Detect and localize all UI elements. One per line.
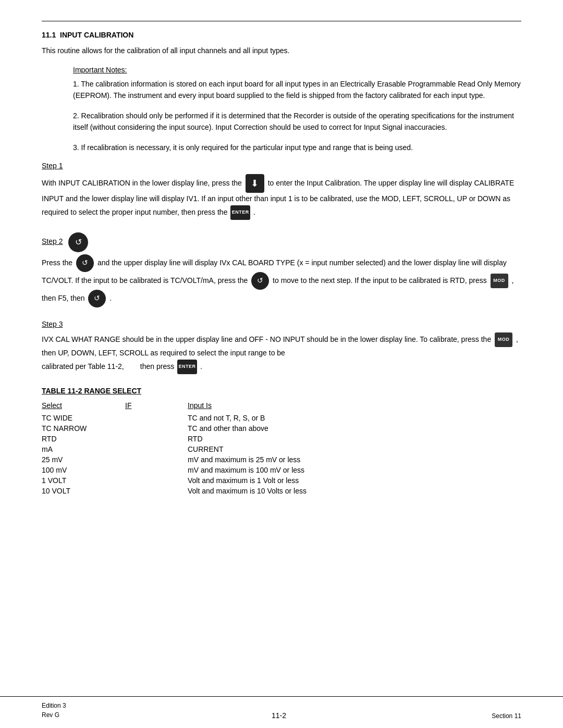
- circle-button-3-inline[interactable]: ↺: [251, 272, 269, 290]
- step-3-block: Step 3 IVX CAL WHAT RANGE should be in t…: [42, 320, 521, 374]
- circle-button-1[interactable]: ↺: [68, 232, 88, 252]
- step-2-content: Press the ↺ and the upper display line w…: [42, 254, 521, 307]
- table-cell-if: [125, 444, 188, 454]
- step-1-text-before: With INPUT CALIBRATION in the lower disp…: [42, 179, 242, 187]
- enter-button-step3[interactable]: ENTER: [177, 360, 197, 374]
- step-3-cal-text: calibrated per Table 11-2,: [42, 362, 124, 370]
- table-cell-input-is: Volt and maximum is 10 Volts or less: [188, 486, 521, 496]
- mod-button-step2[interactable]: MOD: [491, 274, 508, 288]
- range-select-table-section: TABLE 11-2 RANGE SELECT Select IF Input …: [42, 387, 521, 496]
- step-3-content: IVX CAL WHAT RANGE should be in the uppe…: [42, 332, 521, 374]
- table-cell-input-is: TC and not T, R, S, or B: [188, 413, 521, 423]
- table-cell-input-is: mV and maximum is 100 mV or less: [188, 465, 521, 475]
- table-cell-if: [125, 486, 188, 496]
- step-1-block: Step 1 With INPUT CALIBRATION in the low…: [42, 162, 521, 220]
- table-cell-select: 100 mV: [42, 465, 125, 475]
- table-row: mACURRENT: [42, 444, 521, 454]
- step-2-press: Press the: [42, 258, 72, 266]
- mod-button-step3[interactable]: MOD: [495, 332, 512, 347]
- step-1-text-end: .: [253, 207, 255, 216]
- table-row: 100 mVmV and maximum is 100 mV or less: [42, 465, 521, 475]
- edition-label: Edition 3: [42, 701, 66, 710]
- header-select: Select: [42, 400, 125, 413]
- table-cell-if: [125, 475, 188, 486]
- table-cell-input-is: mV and maximum is 25 mV or less: [188, 454, 521, 465]
- table-cell-select: TC NARROW: [42, 423, 125, 434]
- table-cell-select: mA: [42, 444, 125, 454]
- note-1: 1. The calibration information is stored…: [73, 78, 521, 102]
- step-2-label: Step 2: [42, 237, 63, 245]
- table-cell-select: 1 VOLT: [42, 475, 125, 486]
- step-2-block: Step 2 ↺ Press the ↺ and the upper displ…: [42, 232, 521, 307]
- table-cell-if: [125, 413, 188, 423]
- table-row: TC NARROWTC and other than above: [42, 423, 521, 434]
- step-2-text-2: to move to the next step. If the input t…: [273, 276, 487, 284]
- table-row: 10 VOLTVolt and maximum is 10 Volts or l…: [42, 486, 521, 496]
- table-cell-select: 10 VOLT: [42, 486, 125, 496]
- step-3-then: then press: [140, 362, 174, 370]
- table-cell-input-is: CURRENT: [188, 444, 521, 454]
- step-3-text-main: IVX CAL WHAT RANGE should be in the uppe…: [42, 335, 491, 343]
- step-2-text-4: .: [109, 293, 112, 302]
- top-rule: [42, 21, 521, 21]
- table-row: TC WIDETC and not T, R, S, or B: [42, 413, 521, 423]
- enter-button-1[interactable]: ENTER: [230, 205, 250, 220]
- table-row: 25 mVmV and maximum is 25 mV or less: [42, 454, 521, 465]
- step-1-content: With INPUT CALIBRATION in the lower disp…: [42, 174, 521, 220]
- table-cell-select: TC WIDE: [42, 413, 125, 423]
- table-cell-if: [125, 434, 188, 444]
- table-cell-input-is: TC and other than above: [188, 423, 521, 434]
- table-cell-if: [125, 423, 188, 434]
- note-3: 3. If recalibration is necessary, it is …: [73, 142, 521, 153]
- table-cell-if: [125, 454, 188, 465]
- note-2: 2. Recalibration should only be performe…: [73, 110, 521, 133]
- table-cell-if: [125, 465, 188, 475]
- header-input-is: Input Is: [188, 400, 521, 413]
- down-arrow-button-1[interactable]: ⬇: [246, 174, 264, 193]
- table-cell-input-is: Volt and maximum is 1 Volt or less: [188, 475, 521, 486]
- table-cell-input-is: RTD: [188, 434, 521, 444]
- circle-button-4-inline[interactable]: ↺: [88, 290, 106, 307]
- important-notes-label: Important Notes:: [73, 66, 521, 74]
- footer: Edition 3 Rev G 11-2 Section 11: [0, 696, 563, 728]
- step-1-label: Step 1: [42, 162, 63, 170]
- section-title: 11.1 INPUT CALIBRATION: [42, 31, 521, 39]
- step-3-period: .: [200, 362, 202, 370]
- table-row: 1 VOLTVolt and maximum is 1 Volt or less: [42, 475, 521, 486]
- table-cell-select: 25 mV: [42, 454, 125, 465]
- intro-text: This routine allows for the calibration …: [42, 45, 521, 56]
- footer-left: Edition 3 Rev G: [42, 701, 66, 720]
- rev-label: Rev G: [42, 710, 66, 720]
- page-number: 11-2: [272, 711, 286, 720]
- header-if: IF: [125, 400, 188, 413]
- table-title: TABLE 11-2 RANGE SELECT: [42, 387, 521, 395]
- table-row: RTDRTD: [42, 434, 521, 444]
- section-label: Section 11: [492, 712, 521, 720]
- circle-button-2-inline[interactable]: ↺: [76, 254, 94, 272]
- step-3-label: Step 3: [42, 320, 63, 328]
- table-header-row: Select IF Input Is: [42, 400, 521, 413]
- table-cell-select: RTD: [42, 434, 125, 444]
- range-table: Select IF Input Is TC WIDETC and not T, …: [42, 400, 521, 496]
